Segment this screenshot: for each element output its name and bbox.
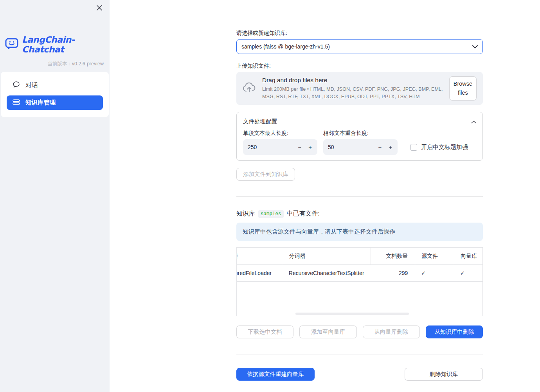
sidebar-menu: 对话 知识库管理 bbox=[1, 72, 109, 117]
column-header-vector-store[interactable]: 向量库 bbox=[454, 248, 482, 264]
info-banner: 知识库中包含源文件与向量库，请从下表中选择文件后操作 bbox=[236, 223, 483, 241]
kb-files-heading: 知识库 samples 中已有文件: bbox=[236, 210, 483, 218]
kb-selectbox-value: samples (faiss @ bge-large-zh-v1.5) bbox=[241, 43, 472, 50]
add-files-to-kb-button[interactable]: 添加文件到知识库 bbox=[236, 168, 295, 181]
file-config-expander: 文件处理配置 单段文本最大长度: 250 − + 相邻文 bbox=[236, 112, 483, 161]
close-icon bbox=[96, 4, 103, 13]
sidebar: LangChain-Chatchat 当前版本：v0.2.6-preview 对… bbox=[0, 0, 110, 392]
table-horizontal-scrollbar[interactable] bbox=[295, 313, 409, 315]
column-header-splitter[interactable]: 分词器 bbox=[282, 248, 371, 264]
chinese-title-enhance-checkbox[interactable] bbox=[410, 144, 417, 151]
kb-selectbox[interactable]: samples (faiss @ bge-large-zh-v1.5) bbox=[236, 39, 483, 54]
rebuild-vector-store-button[interactable]: 依据源文件重建向量库 bbox=[236, 368, 315, 381]
chevron-up-icon bbox=[471, 119, 476, 125]
sidebar-item-dialogue[interactable]: 对话 bbox=[1, 77, 109, 93]
download-selected-button[interactable]: 下载选中文档 bbox=[236, 325, 293, 338]
chat-face-logo-icon bbox=[5, 38, 19, 52]
file-dropzone[interactable]: Drag and drop files here Limit 200MB per… bbox=[236, 72, 483, 105]
sidebar-item-knowledge-base[interactable]: 知识库管理 bbox=[7, 95, 103, 110]
dropzone-limit-text: Limit 200MB per file • HTML, MD, JSON, C… bbox=[262, 86, 443, 100]
main-area: 请选择或新建知识库: samples (faiss @ bge-large-zh… bbox=[110, 0, 540, 392]
overlap-size-value: 50 bbox=[328, 144, 371, 150]
app-title: LangChain-Chatchat bbox=[22, 35, 110, 54]
kb-management-row: 依据源文件重建向量库 删除知识库 bbox=[236, 368, 483, 381]
file-actions-row: 下载选中文档 添加至向量库 从向量库删除 从知识库中删除 bbox=[236, 325, 483, 338]
chunk-size-input[interactable]: 250 − + bbox=[243, 139, 317, 155]
column-header-source-file[interactable]: 源文件 bbox=[415, 248, 454, 264]
table-header-row: 器 分词器 文档数量 源文件 向量库 bbox=[237, 248, 482, 265]
divider bbox=[236, 196, 483, 197]
kb-select-label: 请选择或新建知识库: bbox=[236, 29, 483, 37]
version-label: 当前版本： bbox=[47, 61, 72, 67]
delete-from-vector-store-button[interactable]: 从向量库删除 bbox=[363, 325, 420, 338]
dropzone-title: Drag and drop files here bbox=[262, 77, 443, 84]
overlap-size-decrement-button[interactable]: − bbox=[371, 144, 382, 151]
cell-doc-count: 299 bbox=[371, 265, 415, 281]
chunk-size-decrement-button[interactable]: − bbox=[291, 144, 301, 151]
cell-splitter: RecursiveCharacterTextSplitter bbox=[282, 265, 371, 281]
chat-bubble-icon bbox=[13, 81, 20, 90]
add-to-vector-store-button[interactable]: 添加至向量库 bbox=[299, 325, 356, 338]
chunk-size-increment-button[interactable]: + bbox=[301, 144, 312, 151]
overlap-size-increment-button[interactable]: + bbox=[382, 144, 392, 151]
sidebar-item-label: 知识库管理 bbox=[25, 99, 56, 107]
expander-header[interactable]: 文件处理配置 bbox=[243, 118, 476, 125]
cell-loader: uredFileLoader bbox=[237, 265, 282, 281]
chunk-size-label: 单段文本最大长度: bbox=[243, 129, 317, 137]
kb-files-heading-suffix: 中已有文件: bbox=[287, 210, 320, 218]
list-stack-icon bbox=[13, 99, 20, 107]
version-line: 当前版本：v0.2.6-preview bbox=[0, 61, 110, 67]
browse-files-button[interactable]: Browse files bbox=[449, 76, 477, 101]
sidebar-close-button[interactable] bbox=[95, 4, 104, 13]
kb-name-code: samples bbox=[258, 210, 284, 218]
expander-title: 文件处理配置 bbox=[243, 118, 277, 125]
delete-from-kb-button[interactable]: 从知识库中删除 bbox=[426, 325, 483, 338]
table-row[interactable]: uredFileLoader RecursiveCharacterTextSpl… bbox=[237, 265, 482, 282]
chinese-title-enhance-label: 开启中文标题加强 bbox=[421, 144, 468, 151]
cell-vector-store-check: ✓ bbox=[454, 265, 482, 281]
column-header-doc-count[interactable]: 文档数量 bbox=[371, 248, 415, 264]
column-header-loader[interactable]: 器 bbox=[237, 248, 282, 264]
chunk-size-value: 250 bbox=[248, 144, 291, 150]
delete-kb-button[interactable]: 删除知识库 bbox=[405, 368, 483, 381]
app-logo: LangChain-Chatchat bbox=[5, 35, 110, 54]
divider bbox=[236, 354, 483, 354]
kb-files-table[interactable]: 器 分词器 文档数量 源文件 向量库 uredFileLoader Recurs… bbox=[236, 247, 483, 316]
cloud-upload-icon bbox=[243, 82, 256, 95]
upload-label: 上传知识文件: bbox=[236, 62, 483, 70]
overlap-size-input[interactable]: 50 − + bbox=[323, 139, 398, 155]
overlap-size-label: 相邻文本重合长度: bbox=[323, 129, 398, 137]
sidebar-item-label: 对话 bbox=[25, 81, 38, 90]
chevron-down-icon bbox=[472, 43, 478, 50]
cell-source-file-check: ✓ bbox=[415, 265, 454, 281]
kb-files-heading-prefix: 知识库 bbox=[236, 210, 255, 218]
version-value: v0.2.6-preview bbox=[72, 61, 104, 67]
